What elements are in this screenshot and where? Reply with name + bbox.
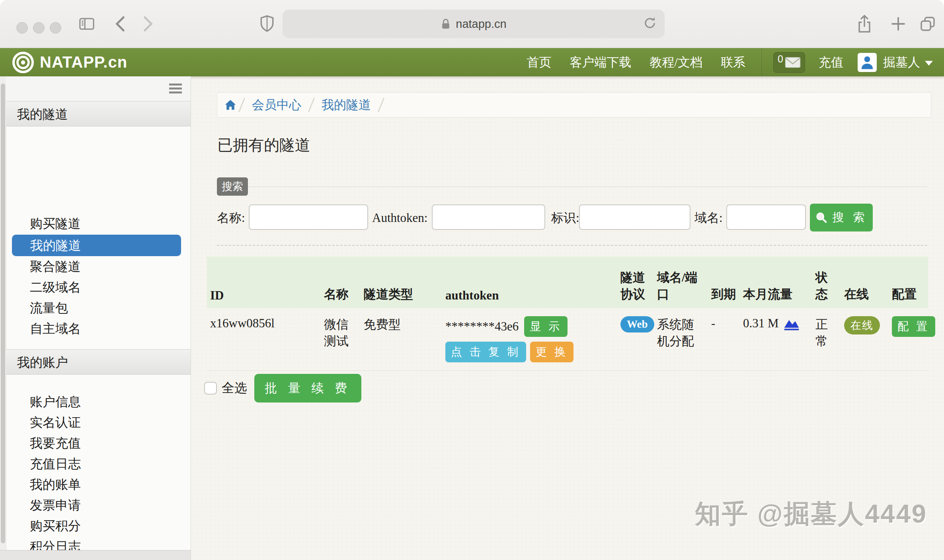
brand-text: NATAPP.cn	[40, 53, 127, 71]
username[interactable]: 掘墓人	[883, 54, 920, 71]
back-icon[interactable]	[113, 15, 127, 33]
mail-button[interactable]: 0	[773, 52, 805, 73]
shield-icon[interactable]	[259, 14, 275, 33]
table-header-authtoken: authtoken	[442, 257, 617, 308]
breadcrumb-separator	[378, 98, 384, 112]
breadcrumb-member-center[interactable]: 会员中心	[252, 97, 301, 113]
breadcrumb-my-tunnels[interactable]: 我的隧道	[322, 97, 371, 113]
traffic-value: 0.31 M	[743, 316, 779, 331]
search-button[interactable]: 搜 索	[810, 204, 873, 231]
select-all-label: 全选	[222, 379, 247, 397]
sidebar-item-realname-auth[interactable]: 实名认证	[6, 412, 188, 433]
tunnels-table: ID 名称 隧道类型 authtoken 隧道协议 域名/端口 到期 本月流量 …	[207, 257, 928, 371]
reload-icon[interactable]	[642, 16, 657, 32]
sidebar-item-recharge-log[interactable]: 充值日志	[6, 453, 188, 474]
window-zoom-button[interactable]	[50, 22, 61, 34]
protocol-badge: Web	[620, 316, 654, 332]
search-icon	[815, 211, 828, 224]
user-icon	[859, 54, 875, 70]
window-close-button[interactable]	[16, 22, 28, 34]
sidebar-item-invoice-request[interactable]: 发票申请	[6, 495, 188, 515]
lock-icon	[441, 18, 451, 30]
show-token-button[interactable]: 显 示	[524, 316, 568, 337]
table-header-domain-port: 域名/端口	[654, 257, 708, 308]
filter-name-input[interactable]	[249, 204, 368, 230]
browser-window: natapp.cn NATAPP.cn	[0, 0, 944, 560]
cell-online: 在线	[841, 308, 889, 371]
main-content: 会员中心 我的隧道 已拥有的隧道 搜索 名称: Authtoken: 标识: 域…	[191, 76, 944, 560]
batch-renew-button[interactable]: 批 量 续 费	[254, 374, 361, 402]
sidebar-item-recharge[interactable]: 我要充值	[6, 433, 188, 453]
table-header-expire: 到期	[708, 257, 740, 308]
traffic-chart-icon[interactable]	[783, 316, 800, 331]
nav-item-docs[interactable]: 教程/文档	[649, 54, 702, 71]
cell-tunnel-type: 免费型	[361, 308, 442, 371]
sidebar-toggle-icon[interactable]	[78, 16, 96, 32]
nav-item-contact[interactable]: 联系	[721, 54, 745, 71]
cell-protocol: Web	[617, 308, 654, 371]
home-icon[interactable]	[224, 98, 237, 112]
nav-item-home[interactable]: 首页	[527, 54, 551, 71]
sidebar-item-my-tunnels[interactable]: 我的隧道	[12, 235, 181, 256]
filter-tag-input[interactable]	[579, 204, 690, 230]
cell-name: 微信测试	[321, 308, 361, 371]
table-header-row: ID 名称 隧道类型 authtoken 隧道协议 域名/端口 到期 本月流量 …	[207, 257, 928, 308]
batch-actions: 全选 批 量 续 费	[204, 374, 361, 402]
page-title: 已拥有的隧道	[217, 134, 310, 156]
avatar[interactable]	[858, 53, 877, 72]
search-panel-legend: 搜索	[217, 177, 248, 196]
forward-icon[interactable]	[141, 15, 155, 33]
filter-authtoken-label: Authtoken:	[372, 204, 428, 232]
filter-name-label: 名称:	[217, 204, 245, 232]
sidebar-scrollbar-track[interactable]	[0, 76, 6, 560]
cell-id: x16ww0856l	[207, 308, 321, 371]
replace-token-button[interactable]: 更 换	[530, 342, 573, 362]
select-all-checkbox[interactable]	[204, 382, 217, 395]
cell-config: 配 置	[889, 308, 928, 371]
sidebar-item-account-info[interactable]: 账户信息	[6, 391, 188, 412]
config-button[interactable]: 配 置	[892, 316, 935, 337]
watermark: 知乎 @掘墓人4449	[695, 496, 927, 531]
mail-count-badge: 0	[778, 53, 783, 65]
breadcrumb: 会员中心 我的隧道	[217, 92, 931, 118]
filter-tag-label: 标识:	[551, 204, 579, 232]
nav-item-client-download[interactable]: 客户端下载	[570, 54, 631, 71]
table-header-protocol: 隧道协议	[617, 257, 654, 308]
cell-domain-port: 系统随机分配	[654, 308, 708, 371]
window-minimize-button[interactable]	[33, 22, 45, 34]
copy-token-button[interactable]: 点 击 复 制	[445, 342, 526, 362]
sidebar-item-custom-domain[interactable]: 自主域名	[6, 318, 188, 339]
cell-status: 正常	[812, 308, 841, 371]
table-header-config: 配置	[889, 257, 928, 308]
sidebar-footer-bar	[0, 550, 191, 560]
search-panel-border	[217, 187, 927, 187]
sidebar-item-subdomain[interactable]: 二级域名	[6, 277, 188, 298]
sidebar-item-aggregate-tunnel[interactable]: 聚合隧道	[6, 256, 188, 277]
sidebar-scrollbar-thumb[interactable]	[1, 84, 5, 543]
new-tab-icon[interactable]	[889, 15, 907, 33]
filter-authtoken-input[interactable]	[432, 204, 545, 230]
authtoken-masked: ********43e6	[445, 319, 519, 334]
menu-toggle-icon[interactable]	[169, 84, 182, 95]
recharge-link[interactable]: 充值	[819, 54, 843, 71]
sidebar-topbar	[6, 76, 191, 102]
filter-domain-input[interactable]	[726, 204, 806, 230]
user-zone: 0 充值 掘墓人	[762, 48, 933, 76]
chevron-down-icon[interactable]	[925, 61, 933, 66]
cell-expire: -	[708, 308, 740, 371]
sidebar-item-traffic-package[interactable]: 流量包	[6, 298, 188, 318]
sidebar-section-tunnels: 我的隧道	[6, 101, 191, 126]
address-bar[interactable]: natapp.cn	[283, 10, 665, 38]
site-header: NATAPP.cn 首页 客户端下载 教程/文档 联系 0 充值	[0, 48, 944, 76]
sidebar-item-bills[interactable]: 我的账单	[6, 474, 188, 495]
sidebar-section-account: 我的账户	[6, 349, 191, 375]
breadcrumb-separator	[308, 98, 315, 112]
sidebar-item-buy-points[interactable]: 购买积分	[6, 515, 188, 536]
sidebar-item-buy-tunnel[interactable]: 购买隧道	[6, 213, 188, 234]
tabs-icon[interactable]	[919, 15, 937, 33]
table-header-name: 名称	[321, 257, 361, 308]
browser-chrome: natapp.cn	[0, 0, 944, 48]
mail-icon	[785, 56, 801, 68]
brand[interactable]: NATAPP.cn	[12, 51, 127, 74]
share-icon[interactable]	[856, 14, 873, 34]
